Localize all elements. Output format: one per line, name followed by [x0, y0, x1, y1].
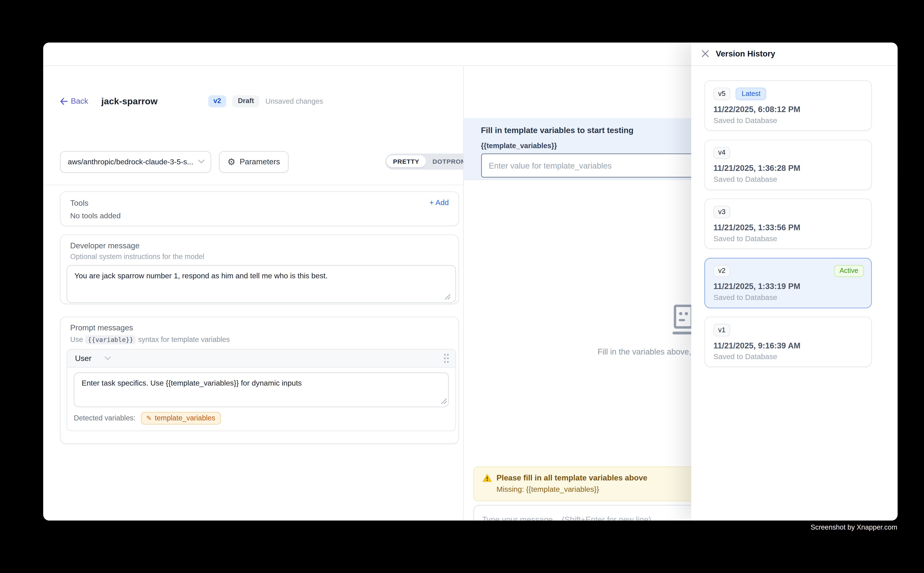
detected-variables-row: Detected variables: ✎ template_variables	[67, 407, 455, 430]
resize-handle-icon[interactable]	[441, 398, 447, 404]
gear-icon: ⚙	[227, 157, 235, 166]
version-number-badge: v3	[713, 206, 730, 218]
version-status: Saved to Database	[713, 175, 863, 184]
version-timestamp: 11/21/2025, 1:33:56 PM	[713, 223, 863, 232]
page-title: jack-sparrow	[102, 96, 158, 106]
screenshot-stage: Back jack-sparrow v2 Draft Unsaved chang…	[0, 0, 924, 573]
version-status: Saved to Database	[713, 352, 863, 361]
message-block: User Enter task specifics. Use {{templa	[67, 349, 456, 431]
version-history-header: Version History	[691, 42, 897, 66]
warning-title: Please fill in all template variables ab…	[496, 473, 647, 482]
parameters-button[interactable]: ⚙ Parameters	[219, 151, 288, 172]
screenshot-credit: Screenshot by Xnapper.com	[811, 523, 897, 531]
detected-variables-label: Detected variables:	[74, 414, 135, 422]
chevron-down-icon	[105, 356, 111, 360]
page-header: Back jack-sparrow v2 Draft Unsaved chang…	[60, 95, 323, 107]
toolbar-divider	[43, 185, 463, 185]
back-arrow-icon	[60, 98, 68, 105]
developer-message-textarea[interactable]: You are jack sparrow number 1, respond a…	[67, 265, 456, 302]
version-number-badge: v1	[713, 324, 730, 336]
version-status: Saved to Database	[713, 235, 863, 243]
latest-badge: Latest	[736, 88, 767, 100]
version-card-v2-active[interactable]: v2 Active 11/21/2025, 1:33:19 PM Saved t…	[704, 258, 872, 308]
prompt-editor-column: Back jack-sparrow v2 Draft Unsaved chang…	[43, 66, 463, 520]
prompt-messages-card: Prompt messages Use {{variable}} syntax …	[60, 316, 459, 443]
message-role-bar: User	[67, 349, 455, 367]
parameters-label: Parameters	[240, 157, 280, 166]
developer-message-card: Developer message Optional system instru…	[60, 234, 459, 304]
tools-title: Tools	[70, 198, 88, 207]
role-select-value: User	[75, 354, 91, 362]
version-number-badge: v5	[713, 88, 730, 100]
version-timestamp: 11/21/2025, 1:36:28 PM	[713, 164, 863, 173]
version-badge: v2	[208, 95, 226, 107]
chevron-down-icon	[198, 160, 204, 164]
draft-badge: Draft	[232, 95, 259, 107]
toggle-pretty[interactable]: PRETTY	[386, 155, 426, 167]
active-badge: Active	[834, 265, 864, 277]
version-status: Saved to Database	[713, 116, 863, 125]
model-select[interactable]: aws/anthropic/bedrock-claude-3-5-s...	[60, 151, 211, 172]
model-toolbar: aws/anthropic/bedrock-claude-3-5-s... ⚙ …	[60, 151, 463, 172]
version-card-v3[interactable]: v3 11/21/2025, 1:33:56 PM Saved to Datab…	[704, 199, 872, 249]
app-window: Back jack-sparrow v2 Draft Unsaved chang…	[43, 42, 897, 520]
warning-icon	[482, 473, 492, 482]
developer-message-title: Developer message	[70, 241, 452, 250]
badge-group: v2 Draft Unsaved changes	[208, 95, 323, 107]
version-history-title: Version History	[716, 49, 775, 58]
unsaved-changes-text: Unsaved changes	[265, 97, 323, 106]
version-number-badge: v2	[713, 265, 730, 277]
model-select-value: aws/anthropic/bedrock-claude-3-5-s...	[68, 157, 198, 166]
resize-handle-icon[interactable]	[445, 294, 451, 300]
developer-message-subtitle: Optional system instructions for the mod…	[70, 252, 452, 260]
version-timestamp: 11/21/2025, 1:33:19 PM	[713, 282, 863, 291]
syntax-hint-suffix: syntax for template variables	[138, 335, 230, 344]
version-list: v5 Latest 11/22/2025, 6:08:12 PM Saved t…	[691, 66, 897, 367]
template-variable-chip-label: template_variables	[155, 414, 215, 422]
role-select[interactable]: User	[75, 354, 111, 362]
tools-empty-text: No tools added	[70, 211, 449, 220]
prompt-syntax-hint: Use {{variable}} syntax for template var…	[70, 335, 452, 344]
user-message-textarea[interactable]: Enter task specifics. Use {{template_var…	[74, 372, 449, 407]
tools-card: Tools + Add No tools added	[60, 191, 459, 226]
close-icon[interactable]	[699, 48, 711, 60]
prompt-messages-title: Prompt messages	[70, 323, 452, 332]
version-card-v4[interactable]: v4 11/21/2025, 1:36:28 PM Saved to Datab…	[704, 139, 872, 190]
template-variable-chip[interactable]: ✎ template_variables	[141, 412, 221, 424]
version-status: Saved to Database	[713, 293, 863, 302]
syntax-hint-prefix: Use	[70, 335, 83, 344]
version-timestamp: 11/21/2025, 9:16:39 AM	[713, 341, 863, 350]
back-button[interactable]: Back	[60, 97, 88, 106]
add-tool-button[interactable]: + Add	[430, 199, 449, 207]
variable-syntax-chip: {{variable}}	[85, 335, 136, 344]
version-timestamp: 11/22/2025, 6:08:12 PM	[713, 105, 863, 114]
version-number-badge: v4	[713, 147, 730, 159]
version-card-v5[interactable]: v5 Latest 11/22/2025, 6:08:12 PM Saved t…	[704, 80, 872, 131]
version-card-v1[interactable]: v1 11/21/2025, 9:16:39 AM Saved to Datab…	[704, 317, 872, 367]
drag-handle-icon[interactable]	[443, 353, 449, 363]
version-history-panel: Version History v5 Latest 11/22/2025, 6:…	[691, 42, 897, 520]
back-label: Back	[71, 97, 88, 106]
pencil-icon: ✎	[146, 414, 152, 422]
